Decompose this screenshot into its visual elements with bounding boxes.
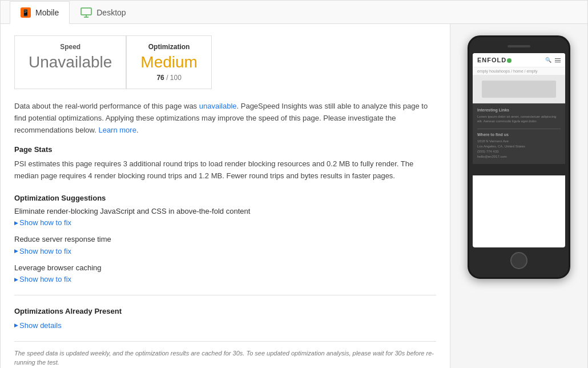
phone-breadcrumb: empty houlahoops / home / empty: [473, 67, 565, 75]
interesting-links-title: Interesting Links: [477, 108, 561, 112]
tab-mobile-label: Mobile: [35, 8, 59, 17]
optimization-score: 76 / 100: [140, 74, 198, 82]
suggestion-title-2: Reduce server response time: [14, 235, 436, 243]
description-text: Data about the real-world performance of…: [14, 101, 436, 136]
suggestion-title-3: Leverage browser caching: [14, 263, 436, 272]
phone-hero: [473, 75, 565, 103]
optimizations-present-section: Optimizations Already Present Show detai…: [14, 295, 436, 330]
learn-more-link[interactable]: Learn more: [98, 126, 136, 134]
left-content: Speed Unavailable Optimization Medium 76…: [1, 24, 450, 368]
suggestion-item-1: Eliminate render-blocking JavaScript and…: [14, 207, 436, 227]
page-stats-heading: Page Stats: [14, 145, 436, 154]
svg-rect-0: [81, 8, 91, 15]
mobile-icon: [21, 7, 31, 18]
phone-search-icon: 🔍: [545, 57, 551, 63]
phone-menu-icon: [555, 58, 561, 62]
footer-note: The speed data is updated weekly, and th…: [14, 341, 436, 367]
suggestion-item-2: Reduce server response time Show how to …: [14, 235, 436, 255]
optimization-value: Medium: [140, 53, 198, 71]
show-fix-link-2[interactable]: Show how to fix: [14, 247, 71, 255]
optimizations-present-heading: Optimizations Already Present: [14, 307, 436, 315]
phone-divider: [477, 129, 561, 129]
phone-header-icons: 🔍: [545, 57, 561, 63]
show-details-link[interactable]: Show details: [14, 321, 62, 330]
main-container: Mobile Desktop Speed Unavailable: [0, 0, 588, 368]
interesting-links-text: Lorem ipsum dolor sit amet, consectetuer…: [477, 114, 561, 124]
right-panel: ENFOLD 🔍 empty houlahoops / home: [450, 24, 587, 368]
phone-contact-text: 1818 N Vermont Ave Los Angeles, CA, Unit…: [477, 139, 561, 159]
phone-mockup: ENFOLD 🔍 empty houlahoops / home: [468, 35, 570, 279]
suggestion-title-1: Eliminate render-blocking JavaScript and…: [14, 207, 436, 215]
phone-dark-section: Interesting Links Lorem ipsum dolor sit …: [473, 103, 565, 164]
speed-card: Speed Unavailable: [14, 35, 126, 89]
speed-value: Unavailable: [29, 53, 112, 71]
phone-logo: ENFOLD: [477, 57, 512, 63]
show-fix-link-3[interactable]: Show how to fix: [14, 275, 71, 283]
unavailable-link[interactable]: unavailable: [199, 102, 237, 110]
optimization-card: Optimization Medium 76 / 100: [126, 35, 212, 89]
desktop-icon: [80, 7, 92, 18]
phone-screen: ENFOLD 🔍 empty houlahoops / home: [473, 53, 565, 247]
score-cards: Speed Unavailable Optimization Medium 76…: [14, 35, 436, 89]
where-to-find-title: Where to find us: [477, 133, 561, 137]
phone-logo-circle: [507, 58, 512, 63]
phone-screen-header: ENFOLD 🔍: [473, 53, 565, 67]
optimization-suggestions-heading: Optimization Suggestions: [14, 194, 436, 202]
suggestion-item-3: Leverage browser caching Show how to fix: [14, 263, 436, 284]
show-fix-link-1[interactable]: Show how to fix: [14, 218, 71, 227]
tab-bar: Mobile Desktop: [1, 1, 587, 24]
speed-title: Speed: [29, 43, 112, 51]
optimization-title: Optimization: [140, 43, 198, 51]
phone-home-button: [510, 252, 527, 269]
phone-hero-image: [482, 81, 556, 98]
tab-desktop[interactable]: Desktop: [70, 1, 136, 24]
tab-desktop-label: Desktop: [96, 8, 126, 17]
page-stats-text: PSI estimates this page requires 3 addit…: [14, 158, 436, 182]
phone-bottom: [473, 164, 565, 175]
main-layout: Speed Unavailable Optimization Medium 76…: [1, 24, 587, 368]
tab-mobile[interactable]: Mobile: [10, 1, 70, 24]
phone-speaker: [508, 45, 530, 47]
